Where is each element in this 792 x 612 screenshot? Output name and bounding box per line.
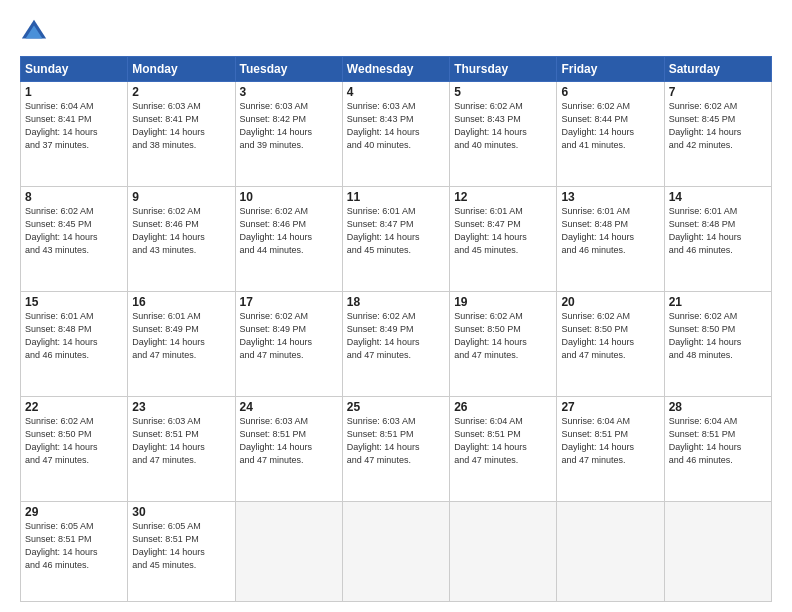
day-cell: 17Sunrise: 6:02 AM Sunset: 8:49 PM Dayli… [235,292,342,397]
day-number: 2 [132,85,230,99]
day-info: Sunrise: 6:05 AM Sunset: 8:51 PM Dayligh… [132,520,230,572]
day-info: Sunrise: 6:02 AM Sunset: 8:45 PM Dayligh… [669,100,767,152]
day-number: 14 [669,190,767,204]
day-number: 30 [132,505,230,519]
day-cell: 6Sunrise: 6:02 AM Sunset: 8:44 PM Daylig… [557,82,664,187]
day-info: Sunrise: 6:02 AM Sunset: 8:46 PM Dayligh… [132,205,230,257]
day-number: 24 [240,400,338,414]
day-info: Sunrise: 6:02 AM Sunset: 8:44 PM Dayligh… [561,100,659,152]
day-cell: 23Sunrise: 6:03 AM Sunset: 8:51 PM Dayli… [128,397,235,502]
day-number: 8 [25,190,123,204]
day-info: Sunrise: 6:02 AM Sunset: 8:50 PM Dayligh… [561,310,659,362]
day-number: 11 [347,190,445,204]
day-cell: 2Sunrise: 6:03 AM Sunset: 8:41 PM Daylig… [128,82,235,187]
day-info: Sunrise: 6:02 AM Sunset: 8:46 PM Dayligh… [240,205,338,257]
header [20,18,772,46]
day-cell: 9Sunrise: 6:02 AM Sunset: 8:46 PM Daylig… [128,187,235,292]
week-row-4: 22Sunrise: 6:02 AM Sunset: 8:50 PM Dayli… [21,397,772,502]
day-number: 12 [454,190,552,204]
day-cell: 20Sunrise: 6:02 AM Sunset: 8:50 PM Dayli… [557,292,664,397]
day-info: Sunrise: 6:03 AM Sunset: 8:43 PM Dayligh… [347,100,445,152]
day-cell [450,502,557,602]
day-info: Sunrise: 6:01 AM Sunset: 8:48 PM Dayligh… [25,310,123,362]
day-number: 25 [347,400,445,414]
day-number: 9 [132,190,230,204]
day-info: Sunrise: 6:04 AM Sunset: 8:51 PM Dayligh… [561,415,659,467]
day-info: Sunrise: 6:04 AM Sunset: 8:51 PM Dayligh… [669,415,767,467]
day-cell: 1Sunrise: 6:04 AM Sunset: 8:41 PM Daylig… [21,82,128,187]
weekday-thursday: Thursday [450,57,557,82]
day-number: 5 [454,85,552,99]
day-number: 22 [25,400,123,414]
day-cell: 14Sunrise: 6:01 AM Sunset: 8:48 PM Dayli… [664,187,771,292]
weekday-monday: Monday [128,57,235,82]
logo [20,18,50,46]
day-cell: 11Sunrise: 6:01 AM Sunset: 8:47 PM Dayli… [342,187,449,292]
day-info: Sunrise: 6:03 AM Sunset: 8:41 PM Dayligh… [132,100,230,152]
day-info: Sunrise: 6:01 AM Sunset: 8:48 PM Dayligh… [669,205,767,257]
day-info: Sunrise: 6:01 AM Sunset: 8:47 PM Dayligh… [347,205,445,257]
day-number: 10 [240,190,338,204]
day-cell [235,502,342,602]
day-number: 18 [347,295,445,309]
weekday-saturday: Saturday [664,57,771,82]
week-row-2: 8Sunrise: 6:02 AM Sunset: 8:45 PM Daylig… [21,187,772,292]
day-info: Sunrise: 6:05 AM Sunset: 8:51 PM Dayligh… [25,520,123,572]
day-cell: 28Sunrise: 6:04 AM Sunset: 8:51 PM Dayli… [664,397,771,502]
day-info: Sunrise: 6:02 AM Sunset: 8:50 PM Dayligh… [25,415,123,467]
day-info: Sunrise: 6:01 AM Sunset: 8:48 PM Dayligh… [561,205,659,257]
day-cell: 8Sunrise: 6:02 AM Sunset: 8:45 PM Daylig… [21,187,128,292]
page: SundayMondayTuesdayWednesdayThursdayFrid… [0,0,792,612]
day-cell: 30Sunrise: 6:05 AM Sunset: 8:51 PM Dayli… [128,502,235,602]
day-number: 7 [669,85,767,99]
day-number: 19 [454,295,552,309]
logo-icon [20,18,48,46]
day-number: 15 [25,295,123,309]
day-number: 26 [454,400,552,414]
day-cell: 10Sunrise: 6:02 AM Sunset: 8:46 PM Dayli… [235,187,342,292]
day-number: 21 [669,295,767,309]
day-cell: 24Sunrise: 6:03 AM Sunset: 8:51 PM Dayli… [235,397,342,502]
day-cell: 22Sunrise: 6:02 AM Sunset: 8:50 PM Dayli… [21,397,128,502]
day-info: Sunrise: 6:04 AM Sunset: 8:51 PM Dayligh… [454,415,552,467]
day-number: 6 [561,85,659,99]
day-number: 28 [669,400,767,414]
day-cell: 7Sunrise: 6:02 AM Sunset: 8:45 PM Daylig… [664,82,771,187]
day-cell: 3Sunrise: 6:03 AM Sunset: 8:42 PM Daylig… [235,82,342,187]
day-cell [557,502,664,602]
day-cell: 5Sunrise: 6:02 AM Sunset: 8:43 PM Daylig… [450,82,557,187]
day-info: Sunrise: 6:04 AM Sunset: 8:41 PM Dayligh… [25,100,123,152]
day-cell: 12Sunrise: 6:01 AM Sunset: 8:47 PM Dayli… [450,187,557,292]
day-info: Sunrise: 6:01 AM Sunset: 8:49 PM Dayligh… [132,310,230,362]
week-row-5: 29Sunrise: 6:05 AM Sunset: 8:51 PM Dayli… [21,502,772,602]
day-cell [664,502,771,602]
day-info: Sunrise: 6:02 AM Sunset: 8:50 PM Dayligh… [454,310,552,362]
day-number: 13 [561,190,659,204]
day-info: Sunrise: 6:02 AM Sunset: 8:49 PM Dayligh… [347,310,445,362]
weekday-tuesday: Tuesday [235,57,342,82]
day-cell: 4Sunrise: 6:03 AM Sunset: 8:43 PM Daylig… [342,82,449,187]
day-number: 4 [347,85,445,99]
week-row-3: 15Sunrise: 6:01 AM Sunset: 8:48 PM Dayli… [21,292,772,397]
day-cell: 21Sunrise: 6:02 AM Sunset: 8:50 PM Dayli… [664,292,771,397]
day-cell: 16Sunrise: 6:01 AM Sunset: 8:49 PM Dayli… [128,292,235,397]
day-number: 16 [132,295,230,309]
day-number: 29 [25,505,123,519]
day-cell: 19Sunrise: 6:02 AM Sunset: 8:50 PM Dayli… [450,292,557,397]
week-row-1: 1Sunrise: 6:04 AM Sunset: 8:41 PM Daylig… [21,82,772,187]
day-cell: 15Sunrise: 6:01 AM Sunset: 8:48 PM Dayli… [21,292,128,397]
calendar-table: SundayMondayTuesdayWednesdayThursdayFrid… [20,56,772,602]
day-cell: 29Sunrise: 6:05 AM Sunset: 8:51 PM Dayli… [21,502,128,602]
day-info: Sunrise: 6:02 AM Sunset: 8:43 PM Dayligh… [454,100,552,152]
day-cell: 13Sunrise: 6:01 AM Sunset: 8:48 PM Dayli… [557,187,664,292]
day-number: 20 [561,295,659,309]
day-cell: 25Sunrise: 6:03 AM Sunset: 8:51 PM Dayli… [342,397,449,502]
day-number: 27 [561,400,659,414]
day-cell: 26Sunrise: 6:04 AM Sunset: 8:51 PM Dayli… [450,397,557,502]
day-number: 23 [132,400,230,414]
weekday-wednesday: Wednesday [342,57,449,82]
day-info: Sunrise: 6:03 AM Sunset: 8:42 PM Dayligh… [240,100,338,152]
day-info: Sunrise: 6:02 AM Sunset: 8:49 PM Dayligh… [240,310,338,362]
day-info: Sunrise: 6:03 AM Sunset: 8:51 PM Dayligh… [347,415,445,467]
day-info: Sunrise: 6:02 AM Sunset: 8:50 PM Dayligh… [669,310,767,362]
